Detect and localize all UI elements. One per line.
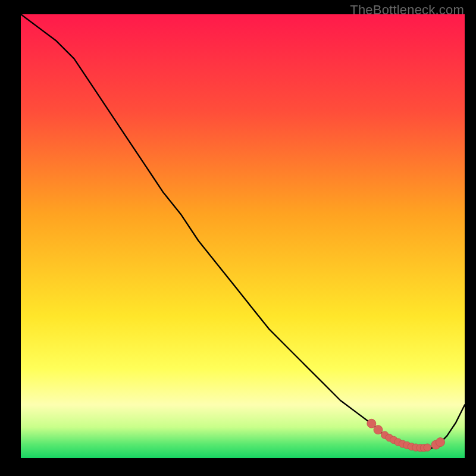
marker-dot [367,419,376,428]
chart-stage: TheBottleneck.com [0,0,476,476]
marker-dot [436,438,445,447]
marker-group [367,419,445,452]
curve-layer [21,14,465,458]
gradient-plot-area [21,14,465,458]
watermark-text: TheBottleneck.com [350,2,464,18]
bottleneck-curve [21,14,465,449]
marker-dot [374,425,383,434]
marker-dot [424,444,431,451]
